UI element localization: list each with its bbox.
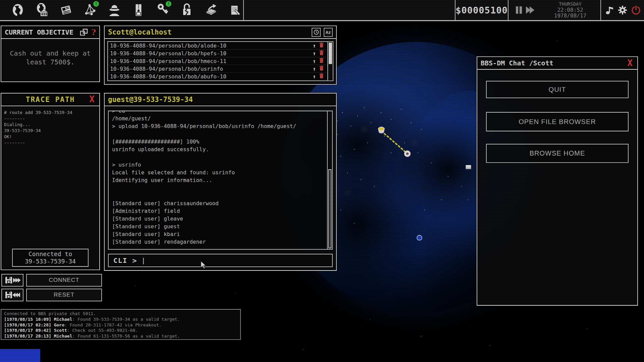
terminal-line: [Standard user] gleave: [112, 216, 324, 223]
reset-row: RESET: [1, 289, 102, 301]
delete-file-button[interactable]: [318, 65, 325, 72]
news-button[interactable]: [58, 2, 73, 18]
trace-log-line: Dialing...: [4, 122, 97, 128]
quit-button[interactable]: QUIT: [486, 81, 629, 98]
file-row[interactable]: 10-936-4088-94/personal/bob/hmeco-11 ↑: [108, 57, 327, 65]
objective-text: Cash out and keep at least 7500$.: [1, 39, 99, 66]
delete-file-button[interactable]: [318, 50, 325, 57]
terminal-line: > upload 10-936-4088-94/personal/bob/usr…: [112, 123, 324, 131]
mouse-cursor: [201, 261, 207, 271]
terminal-line: Local file selected and found: usrinfo: [112, 169, 324, 177]
bbs-chat-panel: BBS-DM Chat /Scott X QUIT OPEN FILE BROW…: [477, 56, 638, 306]
scrollbar[interactable]: [327, 111, 332, 249]
map-source-node-icon[interactable]: [378, 127, 385, 131]
scrollbar-thumb[interactable]: [328, 169, 331, 248]
close-button[interactable]: X: [626, 59, 634, 67]
broken-lock-icon: [180, 3, 194, 17]
sort-by-time-button[interactable]: [312, 28, 321, 37]
pause-button[interactable]: [516, 6, 522, 14]
delete-file-button[interactable]: [318, 73, 325, 80]
upload-file-button[interactable]: ↑: [311, 73, 318, 80]
file-row[interactable]: 10-936-4088-94/personal/bob/usrinfo ↑: [108, 65, 327, 73]
trace-log-line: OK!: [4, 134, 97, 140]
save-connect-button[interactable]: [1, 274, 23, 287]
broken-lock-button[interactable]: [179, 2, 194, 18]
terminal-window: guest@39-533-7539-34 > cd/home/guest/> u…: [104, 93, 337, 271]
file-row[interactable]: 10-936-4088-94/personal/bob/alode-10 ↑: [108, 42, 327, 50]
terminal-line: [Administrator] field: [112, 208, 324, 216]
bbs-chat-log: Connected to BBS private chat 5011. [197…: [1, 309, 241, 340]
game-clock: THURSDAY 22:08:52 1978/08/17: [541, 1, 600, 20]
upload-file-button[interactable]: ↑: [311, 66, 318, 72]
file-row[interactable]: 10-936-4088-94/personal/bob/hpefs-10 ↑: [108, 50, 327, 57]
save-reset-button[interactable]: [1, 289, 23, 301]
trace-path-panel: TRACE PATH X # route add 39-533-7539-34-…: [1, 93, 100, 270]
notification-badge: !: [166, 1, 171, 7]
delete-file-button[interactable]: [318, 58, 325, 64]
trash-icon: [319, 50, 324, 55]
trash-icon: [319, 73, 324, 78]
upload-file-button[interactable]: ↑: [311, 43, 318, 49]
terminal-line: [112, 192, 324, 200]
settings-button[interactable]: [618, 5, 628, 15]
clock-icon: [314, 29, 319, 35]
spy-icon: [107, 3, 121, 17]
power-icon: [631, 5, 641, 15]
taskbar-item[interactable]: [0, 349, 40, 362]
sort-alpha-button[interactable]: Az: [324, 28, 333, 37]
file-path: 10-936-4088-94/personal/bob/hpefs-10: [110, 50, 311, 57]
popout-button[interactable]: [80, 28, 88, 36]
key-button[interactable]: !: [155, 2, 170, 18]
scrollbar[interactable]: [327, 42, 333, 80]
terminal-line: [Standard user] charissaunderwood: [112, 200, 324, 208]
trace-log-line: --------: [4, 140, 97, 146]
scrollbar-thumb[interactable]: [329, 43, 332, 64]
delete-file-button[interactable]: [318, 42, 325, 49]
connect-row: CONNECT: [1, 274, 102, 287]
reset-button[interactable]: RESET: [26, 289, 102, 301]
power-button[interactable]: [631, 5, 641, 15]
cascade-windows-icon: [80, 28, 88, 36]
map-blue-node-icon[interactable]: [417, 235, 422, 241]
music-button[interactable]: [604, 5, 614, 15]
file-row[interactable]: 10-936-4088-94/personal/bob/abufo-10 ↑: [108, 73, 327, 80]
terminal-output: > cd/home/guest/> upload 10-936-4088-94/…: [108, 111, 333, 250]
cli-label: CLI: [113, 256, 127, 264]
terminal-line: [Standard user] kbari: [112, 231, 324, 239]
news-icon: [59, 3, 73, 17]
zipped-file-button[interactable]: [131, 2, 146, 18]
current-objective-panel: CURRENT OBJECTIVE ? Cash out and keep at…: [1, 25, 100, 82]
browse-home-button[interactable]: BROWSE HOME: [486, 144, 629, 163]
notepad-button[interactable]: [227, 2, 243, 18]
world-map-button[interactable]: [10, 2, 25, 18]
chat-line: [1978/08/17 20:13] Michael: Found 61-131…: [4, 334, 237, 339]
music-note-icon: [605, 5, 614, 15]
close-button[interactable]: X: [88, 95, 97, 104]
window-title: Scott@localhost: [108, 28, 172, 36]
chat-line: [1978/08/15 16:09] Michael: Found 39-533…: [4, 317, 237, 322]
cli-input[interactable]: CLI > |: [108, 254, 333, 267]
spy-button[interactable]: [107, 2, 122, 18]
network-button[interactable]: !: [83, 2, 98, 18]
open-file-browser-button[interactable]: OPEN FILE BROWSER: [486, 112, 629, 131]
connect-button[interactable]: CONNECT: [26, 274, 102, 287]
trace-log-line: # route add 39-533-7539-34: [4, 110, 97, 116]
terminal-line: Identifying user information...: [112, 177, 324, 185]
fast-forward-icon: [13, 278, 20, 283]
terminal-line: [112, 131, 324, 138]
upload-file-button[interactable]: ↑: [311, 58, 318, 64]
top-toolbar: ! ! $00005100 THURSDAY 22:08:52 1978/08/…: [0, 0, 644, 21]
help-button[interactable]: ?: [91, 27, 96, 37]
map-server-node-icon[interactable]: [466, 165, 471, 169]
world-map-icon: [11, 3, 25, 17]
fast-forward-button[interactable]: [526, 6, 533, 14]
floppy-icon: [5, 277, 12, 284]
money-display[interactable]: $00005100: [455, 0, 508, 20]
map-target-node-icon[interactable]: [404, 150, 411, 157]
software-book-button[interactable]: [203, 2, 218, 18]
bank-button[interactable]: [34, 2, 49, 18]
upload-file-button[interactable]: ↑: [311, 50, 318, 57]
trash-icon: [319, 58, 324, 63]
chat-line: Connected to BBS private chat 5011.: [4, 311, 237, 317]
window-title: guest@39-533-7539-34: [108, 96, 193, 104]
